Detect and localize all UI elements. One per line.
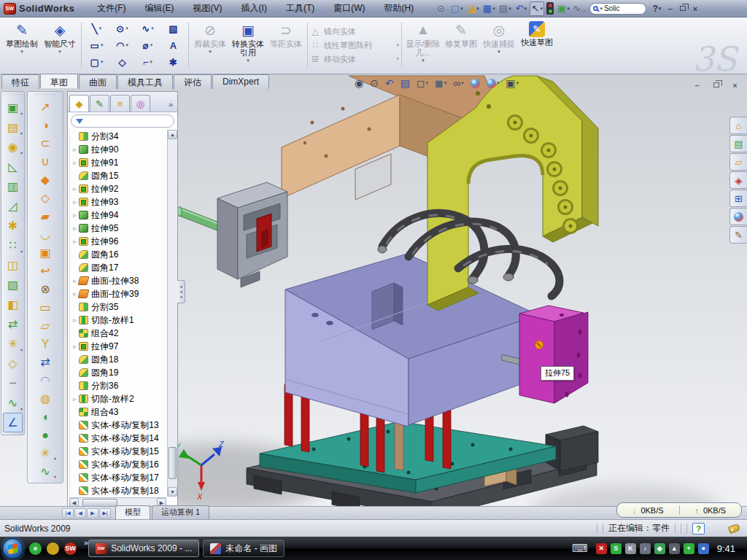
search-box[interactable]: ▾ [589, 3, 646, 15]
menu-item[interactable]: 工具(T) [276, 2, 324, 15]
print-button[interactable]: ▤ [498, 1, 512, 16]
model-tab[interactable]: 模型 [115, 505, 150, 519]
volume-tray-icon[interactable]: ♪ [640, 543, 651, 554]
hole-wizard-icon[interactable]: ✱ [3, 216, 23, 236]
rapid-sketch-button[interactable]: ✎快速草图 [518, 19, 556, 71]
tree-item[interactable]: 拉伸96 [71, 235, 166, 248]
expand-arrow[interactable] [71, 316, 79, 324]
move-copy-body-icon[interactable]: ⇄ [3, 314, 23, 334]
shell-icon[interactable]: ▥ [3, 176, 23, 196]
edit-appearance-icon[interactable]: ● [471, 79, 480, 88]
lofted-surface-icon[interactable]: ∪ [34, 152, 56, 171]
dimxpertmanager-tab[interactable]: ◎ [131, 95, 150, 112]
menu-item[interactable]: 文件(F) [88, 2, 135, 15]
tree-item[interactable]: 实体-移动/复制13 [71, 419, 166, 432]
taskbar-paint-button[interactable]: 未命名 - 画图 [203, 540, 285, 557]
freeform-icon[interactable]: ◇ [34, 189, 56, 207]
menu-item[interactable]: 窗口(W) [324, 2, 374, 15]
revolved-surface-icon[interactable]: ◑ [34, 116, 56, 134]
menu-item[interactable]: 帮助(H) [375, 2, 424, 15]
hide-show-items-icon[interactable]: ∞ [453, 77, 464, 89]
mid-surface-icon[interactable]: ▱ [34, 316, 56, 335]
gestures-button[interactable]: ∿.. [572, 1, 587, 16]
planar-surface-icon[interactable]: ▰ [34, 207, 56, 225]
search-input[interactable] [604, 4, 636, 12]
feedback-tray-icon[interactable]: ● [698, 543, 709, 554]
browser-quicklaunch-icon[interactable] [47, 542, 59, 555]
tree-item[interactable]: 切除-放样1 [71, 314, 166, 327]
text-tool[interactable]: A [160, 37, 186, 54]
extend-surface-icon[interactable]: ⇄ [34, 353, 56, 371]
offset-surface-icon[interactable]: ▭ [34, 298, 56, 316]
expand-arrow[interactable] [71, 343, 79, 350]
expand-arrow[interactable] [71, 146, 79, 153]
im-quicklaunch-icon[interactable]: e [29, 542, 42, 555]
tree-vertical-scrollbar[interactable]: ▲ ▼ [167, 130, 177, 497]
solidworks-quicklaunch-icon[interactable]: SW [64, 542, 77, 555]
insert-part-icon[interactable]: ◇ [3, 354, 23, 373]
display-style-icon[interactable]: ◼ [435, 77, 446, 89]
extruded-boss-icon[interactable]: ▣ [3, 98, 23, 117]
key-tray-icon[interactable]: K [625, 543, 636, 554]
extruded-cut-icon[interactable]: ▤ [3, 117, 23, 137]
boundary-surface-icon[interactable]: ◆ [34, 171, 56, 189]
tree-item[interactable]: 拉伸93 [71, 195, 166, 209]
menu-item[interactable]: 插入(I) [232, 2, 276, 15]
move-entities-button[interactable]: ⊞移动实体 [310, 54, 399, 65]
expand-arrow[interactable] [71, 198, 79, 206]
circle-tool[interactable]: ⊙ [109, 20, 135, 37]
split-icon[interactable]: ◧ [3, 295, 23, 314]
delete-face-icon[interactable]: ⊗ [34, 280, 56, 298]
open-button[interactable]: ◪ [465, 1, 480, 16]
thicken-icon[interactable]: ▣ [34, 244, 56, 262]
motion-study-tab[interactable]: 运动算例 1 [152, 505, 209, 519]
convert-entities-button[interactable]: ▣转换实体引用 [229, 19, 267, 71]
delete-sparkle-icon[interactable]: ✳ [34, 444, 56, 462]
doc-restore-button[interactable] [710, 79, 722, 90]
rib-icon[interactable]: ◺ [3, 157, 23, 176]
repair-sketch-button[interactable]: ✎修复草图 [442, 19, 480, 71]
swept-surface-icon[interactable]: ↗ [34, 98, 56, 116]
options-button[interactable]: ▣ [556, 1, 570, 16]
fillet-icon[interactable]: ◉ [3, 137, 23, 157]
tree-item[interactable]: 曲面-拉伸38 [71, 274, 166, 287]
tree-item[interactable]: 分割34 [71, 130, 166, 143]
menu-item[interactable]: 视图(V) [184, 2, 232, 15]
tree-item[interactable]: 圆角17 [71, 261, 166, 274]
antivirus-tray-icon[interactable]: ✕ [596, 543, 607, 554]
trim-surface-icon[interactable]: ◠ [34, 371, 56, 389]
ellipse-tool[interactable]: ⌀ [135, 37, 160, 54]
tree-item[interactable]: 圆角18 [71, 353, 166, 366]
tag-icon[interactable] [728, 523, 741, 534]
tree-item[interactable]: 实体-移动/复制15 [71, 445, 166, 458]
tree-item[interactable]: 实体-移动/复制14 [71, 432, 166, 445]
tree-item[interactable]: 圆角16 [71, 248, 166, 261]
dome-icon[interactable]: ◖ [34, 408, 56, 426]
tree-item[interactable]: 拉伸97 [71, 340, 166, 353]
new-document-button[interactable]: ▢ [449, 1, 464, 16]
polygon-tool[interactable]: ◇ [109, 54, 135, 71]
apply-scene-icon[interactable]: ● [487, 79, 500, 88]
tree-item[interactable]: 组合42 [71, 327, 166, 340]
tree-item[interactable]: 拉伸91 [71, 156, 166, 169]
measure-icon[interactable]: ∠ [3, 413, 23, 432]
tree-item[interactable]: 分割35 [71, 300, 166, 314]
first-frame-button[interactable]: |◀ [62, 508, 74, 518]
tree-item[interactable]: 圆角15 [71, 169, 166, 182]
more-tabs-chevron[interactable]: » [166, 100, 176, 112]
selection-box-tool[interactable]: ▧ [160, 20, 186, 37]
untrim-surface-icon[interactable]: ◍ [34, 389, 56, 408]
sketch-fillet-tool[interactable]: ⌐ [135, 54, 160, 71]
close-button[interactable]: × [689, 3, 701, 14]
help-button[interactable]: ? [649, 1, 664, 16]
appearances-tab[interactable]: ● [729, 208, 747, 225]
cylinder-icon[interactable]: ● [34, 426, 56, 444]
slot-tool[interactable]: ▢ [84, 54, 109, 71]
display-delete-relations-button[interactable]: ▲显示/删除几... [404, 19, 442, 71]
toolbar-drag-handle[interactable]: ········· [2, 93, 24, 98]
save-button[interactable]: ▦ [481, 1, 496, 16]
configurationmanager-tab[interactable]: ≡ [110, 95, 130, 112]
input-method-icon[interactable]: ⌨ [572, 542, 588, 555]
expand-arrow[interactable] [71, 185, 79, 192]
network-speed-widget[interactable]: ↓0KB/S ↑0KB/S [616, 502, 742, 518]
